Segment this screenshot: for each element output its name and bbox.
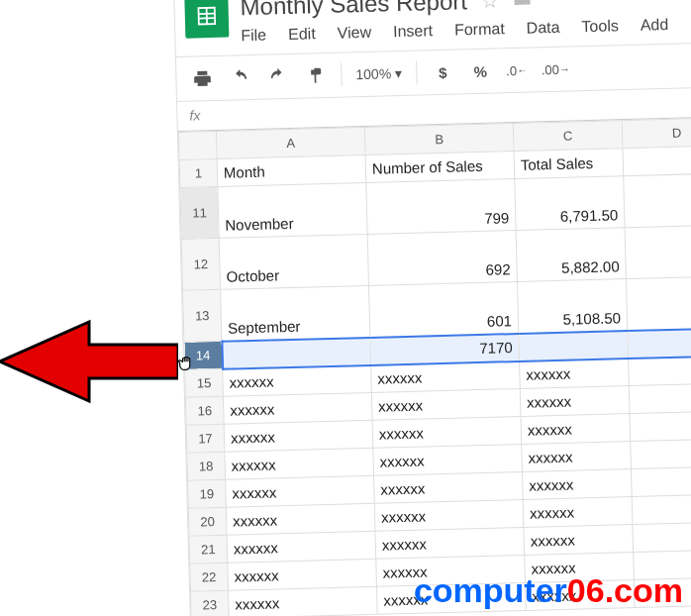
dec-less-label: .0 [506, 62, 517, 77]
paint-format-icon[interactable] [303, 63, 328, 88]
cell[interactable]: September [221, 285, 370, 341]
cell[interactable]: 5,108.50 [517, 279, 627, 334]
cell[interactable] [519, 331, 629, 361]
cell[interactable]: 6,791.50 [515, 176, 625, 231]
row-header[interactable]: 12 [181, 238, 220, 290]
increase-decimal-button[interactable]: .00→ [542, 57, 571, 82]
row-header[interactable]: 11 [180, 186, 219, 239]
menu-data[interactable]: Data [526, 19, 559, 38]
spreadsheet-window: Monthly Sales Report ☆ File Edit View In… [173, 0, 691, 616]
cell[interactable]: xxxxxx [373, 444, 523, 475]
row-header[interactable]: 18 [187, 452, 226, 480]
cell[interactable]: xxxxxx [520, 386, 630, 417]
redo-icon[interactable] [265, 64, 290, 89]
cell[interactable]: 5,882.00 [516, 228, 626, 282]
cell[interactable]: 799 [366, 179, 516, 235]
separator [341, 63, 343, 87]
menu-edit[interactable]: Edit [288, 25, 316, 44]
cell[interactable]: xxxxxx [374, 471, 524, 503]
cell[interactable] [624, 173, 691, 228]
col-header-C[interactable]: C [513, 121, 623, 152]
fx-label: fx [189, 107, 200, 123]
cell[interactable]: xxxxxx [223, 392, 372, 424]
cell[interactable]: xxxxxx [522, 442, 632, 472]
cell[interactable] [626, 276, 691, 331]
cell[interactable]: xxxxxx [375, 527, 525, 559]
row-header[interactable]: 22 [190, 563, 229, 591]
separator [416, 61, 418, 85]
cell[interactable] [629, 356, 691, 386]
watermark-left: computer [414, 571, 567, 609]
cell[interactable] [631, 466, 691, 497]
cell[interactable]: xxxxxx [524, 525, 634, 556]
zoom-dropdown[interactable]: 100% ▾ [355, 65, 402, 82]
cell[interactable]: 7170 [370, 333, 520, 364]
col-header-D[interactable]: D [622, 118, 691, 149]
cell[interactable]: Number of Sales [365, 152, 515, 183]
row-header[interactable]: 20 [188, 507, 227, 536]
spreadsheet-icon [192, 2, 221, 31]
cell[interactable]: xxxxxx [371, 360, 521, 392]
cell[interactable] [633, 522, 691, 553]
undo-icon[interactable] [228, 65, 252, 90]
row-header[interactable]: 21 [189, 535, 228, 564]
dec-more-label: .00 [542, 61, 559, 76]
cell[interactable]: xxxxxx [520, 359, 630, 389]
cell[interactable]: xxxxxx [522, 469, 632, 500]
menu-format[interactable]: Format [454, 20, 505, 39]
col-header-A[interactable]: A [216, 127, 365, 158]
cell[interactable]: xxxxxx [521, 414, 631, 445]
cell[interactable] [623, 146, 691, 176]
cell[interactable]: xxxxxx [371, 388, 521, 420]
menu-insert[interactable]: Insert [393, 22, 433, 41]
cell[interactable] [632, 494, 691, 525]
grab-cursor-icon [176, 353, 198, 379]
menu-tools[interactable]: Tools [581, 17, 619, 36]
cell[interactable]: Total Sales [514, 149, 624, 179]
cell[interactable]: 692 [367, 231, 517, 286]
decrease-decimal-button[interactable]: .0← [506, 58, 528, 83]
cell[interactable] [631, 439, 691, 469]
row-header[interactable]: 16 [185, 396, 224, 425]
sheets-app-icon[interactable] [184, 0, 229, 39]
cell[interactable]: xxxxxx [226, 503, 375, 535]
cell[interactable]: 601 [369, 282, 519, 338]
cell[interactable] [630, 411, 691, 442]
cell[interactable]: xxxxxx [372, 416, 522, 448]
cell[interactable]: xxxxxx [374, 499, 524, 531]
cell[interactable] [625, 225, 691, 279]
folder-icon[interactable] [513, 0, 534, 12]
row-header[interactable]: 1 [179, 158, 218, 187]
zoom-value: 100% [355, 65, 391, 82]
row-header[interactable]: 17 [186, 424, 225, 453]
cell[interactable]: xxxxxx [223, 364, 372, 396]
cell[interactable]: xxxxxx [226, 475, 375, 507]
currency-button[interactable]: $ [431, 60, 455, 85]
cell[interactable]: xxxxxx [224, 420, 373, 452]
cell[interactable]: xxxxxx [523, 497, 633, 528]
row-header[interactable]: 13 [183, 289, 222, 342]
col-header-B[interactable]: B [364, 124, 514, 155]
menu-addons[interactable]: Add [641, 16, 669, 35]
print-icon[interactable] [190, 66, 215, 91]
cell[interactable] [222, 337, 371, 368]
cell[interactable] [628, 328, 691, 359]
cell[interactable] [629, 383, 691, 414]
row-header[interactable]: 19 [188, 479, 227, 508]
cell[interactable]: xxxxxx [229, 586, 378, 616]
chevron-down-icon: ▾ [395, 65, 402, 81]
cell[interactable]: Month [217, 154, 366, 186]
menu-view[interactable]: View [337, 24, 371, 43]
percent-button[interactable]: % [468, 59, 493, 84]
menu-file[interactable]: File [241, 27, 266, 46]
spreadsheet-grid: A B C D 1 Month Number of Sales Total Sa… [178, 117, 691, 616]
row-header[interactable]: 23 [191, 590, 230, 616]
watermark: computer06.com [414, 571, 683, 610]
cell[interactable]: xxxxxx [225, 448, 374, 479]
cell[interactable]: November [218, 182, 367, 238]
select-all-corner[interactable] [178, 131, 217, 159]
cell[interactable]: xxxxxx [227, 531, 376, 563]
star-icon[interactable]: ☆ [481, 0, 500, 13]
cell[interactable]: xxxxxx [228, 559, 377, 590]
cell[interactable]: October [219, 234, 368, 289]
